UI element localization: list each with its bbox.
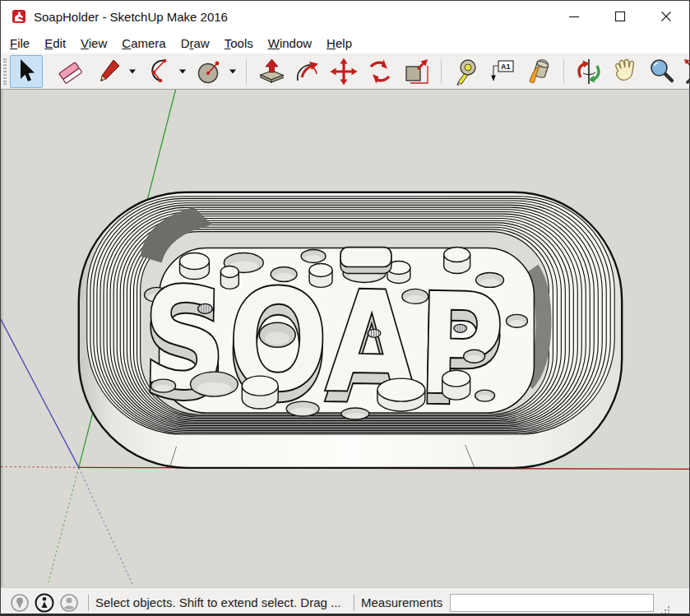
tape-measure-tool-button[interactable] [450,55,483,88]
zoom-icon [646,56,677,87]
select-arrow-icon [11,56,42,87]
minimize-icon [568,11,580,22]
menu-item-tools[interactable]: Tools [217,35,261,52]
floor-hole-inner [291,408,315,415]
menu-bar: File Edit View Camera Draw Tools Window … [1,32,689,53]
maximize-icon [614,11,626,22]
orbit-tool-button[interactable] [572,55,605,88]
scale-icon [401,56,432,87]
credits-button[interactable] [32,592,57,614]
menu-item-draw[interactable]: Draw [174,35,217,52]
move-icon [328,56,359,87]
sketchup-logo-icon [12,9,26,24]
circle-shape-icon [195,56,226,87]
shapes-tool-button[interactable] [194,55,227,88]
status-hint: Select objects. Shift to extend select. … [95,595,347,609]
title-bar: SoapHolder - SketchUp Make 2016 [1,1,689,32]
window-title: SoapHolder - SketchUp Make 2016 [34,10,228,24]
minimize-button[interactable] [551,1,597,32]
pencil-icon [95,56,126,87]
floor-hole-inner [155,385,173,391]
soap-letters[interactable]: SOAP SOAP [140,256,506,438]
floor-peg-top [377,378,425,401]
text-tool-label: A1 [501,63,511,71]
close-button[interactable] [643,1,689,32]
viewport-canvas[interactable]: SOAP SOAP [1,90,689,587]
arc-icon [145,56,176,87]
zoom-extents-tool-button[interactable] [681,55,690,88]
menu-item-view[interactable]: View [73,35,114,52]
menu-item-edit[interactable]: Edit [37,35,73,52]
follow-me-icon [292,56,323,87]
status-separator [88,595,89,611]
text-tool-button[interactable]: A1 [486,55,519,88]
toolbar-separator [563,59,564,84]
floor-hole-inner [345,413,365,419]
pan-tool-button[interactable] [609,55,641,88]
location-pin-icon [9,592,30,614]
window-controls [551,1,689,32]
user-icon [58,592,80,614]
measurements-input[interactable] [450,594,654,612]
chevron-down-icon [178,56,188,87]
info-person-icon [34,592,55,614]
floor-hole-inner [478,395,492,401]
move-tool-button[interactable] [327,55,360,88]
arc-tool-dropdown[interactable] [177,56,188,87]
sketchup-window: SoapHolder - SketchUp Make 2016 File Edi… [0,0,690,616]
shapes-tool-dropdown[interactable] [227,56,238,87]
viewport-left-edge [1,90,2,587]
modeling-viewport[interactable]: SOAP SOAP [1,90,689,587]
text-icon: A1 [487,56,518,87]
chevron-down-icon [127,56,137,87]
status-bar: Select objects. Shift to extend select. … [1,587,689,616]
geolocation-button[interactable] [7,592,32,614]
zoom-tool-button[interactable] [645,55,678,88]
eraser-icon [55,56,86,87]
o-center-hole[interactable] [259,322,295,347]
paint-bucket-tool-button[interactable] [522,55,555,88]
zoom-extents-icon [682,56,690,87]
rotate-tool-button[interactable] [364,55,396,88]
measurements-label: Measurements [361,595,442,609]
eraser-tool-button[interactable] [54,55,87,88]
floor-hole-inner [509,320,525,327]
soap-dish-model[interactable]: SOAP SOAP [79,192,622,468]
push-pull-icon [256,56,287,87]
floor-peg-top [444,248,470,262]
chevron-down-icon [228,56,238,87]
line-tool-button[interactable] [94,55,127,88]
toolbar-separator [441,59,442,84]
push-pull-tool-button[interactable] [255,55,288,88]
line-tool-dropdown[interactable] [127,56,137,87]
pan-hand-icon [609,56,641,87]
menu-item-file[interactable]: File [2,35,37,52]
select-tool-button[interactable] [10,55,43,88]
menu-item-camera[interactable]: Camera [114,35,173,52]
paint-bucket-icon [523,56,554,87]
menu-item-help[interactable]: Help [319,35,359,52]
floor-hole-inner [197,382,232,395]
scale-tool-button[interactable] [400,55,433,88]
tape-measure-icon [451,56,482,87]
orbit-icon [573,56,604,87]
toolbar-separator [246,59,247,84]
rotate-icon [364,56,396,87]
sign-in-button[interactable] [57,592,81,614]
toolbar: A1 [1,53,689,90]
status-separator [354,595,354,611]
close-icon [660,11,672,22]
soap-letters-top: SOAP [140,256,506,427]
floor-hole-inner [466,355,482,362]
arc-tool-button[interactable] [144,55,177,88]
resize-grip[interactable] [659,604,671,616]
floor-peg-top [442,370,470,387]
follow-me-tool-button[interactable] [291,55,324,88]
maximize-button[interactable] [597,1,643,32]
toolbar-grip[interactable] [3,58,7,85]
menu-item-window[interactable]: Window [261,35,319,52]
floor-peg-top [242,376,278,396]
